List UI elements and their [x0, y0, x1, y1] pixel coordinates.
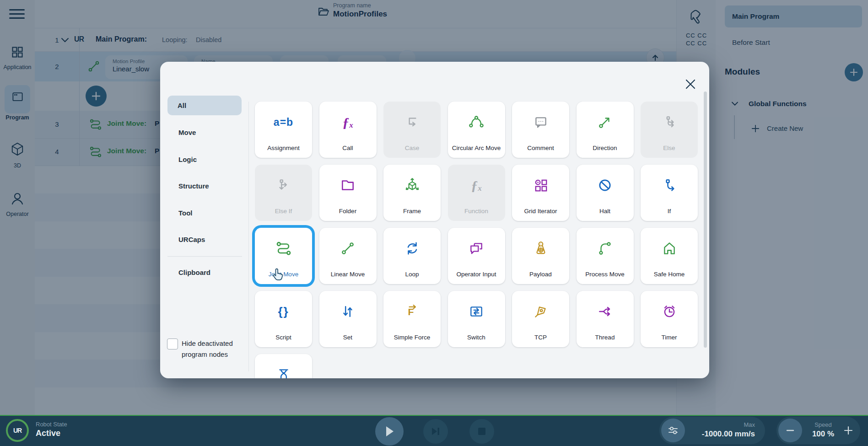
category-all[interactable]: All [167, 96, 242, 115]
category-move[interactable]: Move [178, 129, 196, 136]
play-icon [384, 425, 395, 437]
node-tile-set[interactable]: Set [319, 291, 377, 347]
node-tile-call[interactable]: ƒx Call [319, 102, 377, 158]
tcp-icon [533, 302, 549, 321]
max-speed-control[interactable]: Max -1000.00 mm/s [659, 417, 765, 444]
node-tile-loop[interactable]: Loop [383, 228, 441, 284]
ur-logo-text: UR [13, 427, 22, 434]
node-tile-folder[interactable]: Folder [319, 165, 377, 221]
timer-icon [662, 302, 677, 321]
node-tile-else-if: Else If [255, 165, 312, 221]
category-clipboard[interactable]: Clipboard [178, 269, 210, 276]
node-tile-grid-iterator[interactable]: Grid Iterator [512, 165, 569, 221]
modal-divider [248, 102, 249, 371]
node-tile-case: Case [383, 102, 441, 158]
speed-slider-button[interactable] [661, 419, 685, 442]
simple-force-icon: F [404, 302, 420, 321]
ur-logo: UR [6, 419, 29, 442]
node-tile-safe-home[interactable]: Safe Home [641, 228, 698, 284]
node-tile-linear-move[interactable]: Linear Move [319, 228, 377, 284]
minus-icon [786, 426, 795, 435]
max-value: -1000.00 mm/s [702, 430, 755, 439]
function-fx-icon: ƒx [471, 176, 482, 195]
speed-minus-button[interactable] [778, 419, 802, 442]
case-icon [404, 113, 420, 132]
category-label: All [178, 102, 186, 109]
node-tile-function: ƒx Function [448, 165, 505, 221]
cursor-pointer [272, 268, 284, 281]
node-tile-payload[interactable]: Payload [512, 228, 569, 284]
node-tile-wait[interactable] [255, 354, 312, 378]
node-tile-tcp[interactable]: TCP [512, 291, 569, 347]
payload-icon [533, 239, 549, 258]
if-icon [662, 176, 677, 195]
node-tile-if[interactable]: If [641, 165, 698, 221]
node-tile-script[interactable]: {} Script [255, 291, 312, 347]
thread-icon [597, 302, 613, 321]
app-window: Program name MotionProfiles 1 UR Main Pr… [0, 0, 868, 446]
frame-icon [404, 176, 421, 195]
comment-icon [533, 113, 549, 132]
node-tile-frame[interactable]: Frame [383, 165, 441, 221]
else-icon [662, 113, 677, 132]
joint-move-icon [275, 239, 292, 258]
halt-icon [597, 176, 613, 195]
else-if-icon [276, 176, 291, 195]
node-tile-else: Else [641, 102, 698, 158]
circular-arc-move-icon [468, 113, 485, 132]
process-move-icon [597, 239, 613, 258]
node-grid: a=b Assignment ƒx Call Case Circular Arc… [255, 102, 698, 378]
checkbox-label-line1: Hide deactivated [182, 339, 233, 347]
node-tile-halt[interactable]: Halt [577, 165, 634, 221]
node-tile-simple-force[interactable]: F Simple Force [383, 291, 441, 347]
modal-scrollbar[interactable] [704, 91, 707, 348]
assignment-icon: a=b [274, 113, 293, 132]
category-divider [167, 256, 242, 257]
play-button[interactable] [375, 417, 404, 446]
speed-value: 100 % [809, 430, 837, 439]
max-label: Max [744, 421, 755, 428]
operator-input-icon [469, 239, 484, 258]
node-tile-switch[interactable]: Switch [448, 291, 505, 347]
node-tile-process-move[interactable]: Process Move [577, 228, 634, 284]
node-picker-modal: All Move Logic Structure Tool URCaps Cli… [160, 62, 709, 378]
footer-bar: UR Robot State Active Max -1000.00 mm/s … [0, 415, 868, 446]
node-tile-circular-arc-move[interactable]: Circular Arc Move [448, 102, 505, 158]
stop-button[interactable] [469, 419, 494, 444]
category-structure[interactable]: Structure [178, 182, 209, 190]
node-tile-assignment[interactable]: a=b Assignment [255, 102, 312, 158]
close-icon[interactable] [685, 78, 696, 90]
direction-icon [597, 113, 613, 132]
speed-plus-button[interactable] [843, 425, 853, 435]
node-tile-direction[interactable]: Direction [577, 102, 634, 158]
speed-control[interactable]: Speed 100 % [776, 417, 860, 444]
node-tile-thread[interactable]: Thread [577, 291, 634, 347]
grid-iterator-icon [533, 176, 549, 195]
category-logic[interactable]: Logic [178, 156, 197, 163]
skip-button[interactable] [423, 419, 448, 444]
robot-state-value: Active [36, 429, 60, 438]
call-fx-icon: ƒx [342, 113, 353, 132]
sliders-icon [667, 425, 679, 436]
set-icon [340, 302, 356, 321]
node-tile-comment[interactable]: Comment [512, 102, 569, 158]
checkbox-label-line2: program nodes [182, 350, 228, 358]
hourglass-icon [276, 365, 291, 378]
stop-icon [477, 427, 486, 436]
script-braces-icon: {} [278, 302, 289, 321]
folder-icon [340, 176, 356, 195]
category-tool[interactable]: Tool [178, 209, 193, 217]
skip-icon [431, 426, 441, 436]
hide-deactivated-checkbox[interactable] [167, 339, 178, 349]
speed-label: Speed [809, 421, 837, 428]
safe-home-icon [662, 239, 677, 258]
node-tile-timer[interactable]: Timer [641, 291, 698, 347]
category-urcaps[interactable]: URCaps [178, 236, 205, 243]
node-tile-operator-input[interactable]: Operator Input [448, 228, 505, 284]
linear-move-icon [340, 239, 356, 258]
loop-icon [404, 239, 420, 258]
switch-icon [469, 302, 484, 321]
robot-state-label: Robot State [36, 421, 67, 428]
